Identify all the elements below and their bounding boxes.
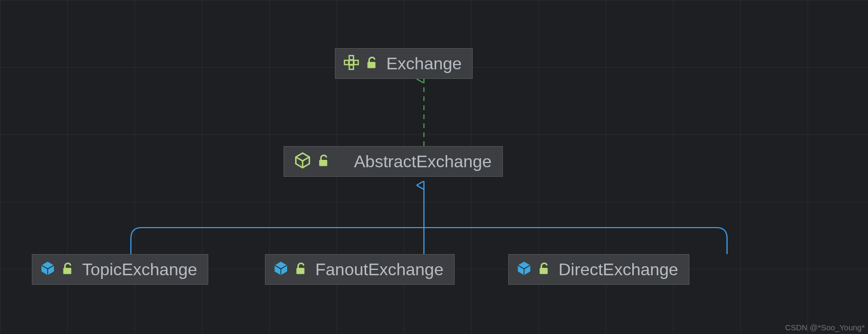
interface-icon	[343, 54, 360, 73]
lock-open-icon	[61, 261, 75, 277]
class-icon	[273, 260, 289, 278]
node-abstract-exchange[interactable]: AbstractExchange	[284, 146, 503, 177]
svg-rect-8	[296, 268, 304, 274]
node-topic-exchange[interactable]: TopicExchange	[32, 254, 208, 285]
svg-rect-1	[344, 60, 349, 65]
edge-bus	[131, 228, 727, 254]
watermark: CSDN @*Soo_Young*	[785, 323, 865, 332]
diagram-canvas: Exchange AbstractExchange	[0, 0, 868, 334]
svg-rect-6	[319, 160, 327, 166]
svg-rect-2	[349, 60, 353, 65]
svg-rect-5	[367, 62, 375, 68]
class-icon	[40, 260, 56, 278]
node-fanout-exchange[interactable]: FanoutExchange	[265, 254, 455, 285]
node-label: DirectExchange	[559, 260, 678, 279]
node-label: TopicExchange	[82, 260, 197, 279]
node-label: Exchange	[386, 54, 462, 74]
node-label: AbstractExchange	[354, 152, 492, 171]
node-direct-exchange[interactable]: DirectExchange	[508, 254, 689, 285]
svg-rect-4	[349, 65, 353, 69]
svg-rect-3	[354, 60, 358, 65]
node-exchange[interactable]: Exchange	[335, 48, 473, 79]
node-label: FanoutExchange	[315, 260, 444, 279]
lock-open-icon	[537, 261, 551, 277]
abstract-class-icon	[294, 151, 312, 171]
lock-open-icon	[294, 261, 308, 277]
svg-rect-7	[63, 268, 71, 274]
svg-rect-0	[349, 56, 353, 60]
svg-rect-9	[539, 268, 547, 274]
lock-open-icon	[317, 154, 331, 169]
lock-open-icon	[365, 56, 379, 71]
class-icon	[516, 260, 532, 278]
